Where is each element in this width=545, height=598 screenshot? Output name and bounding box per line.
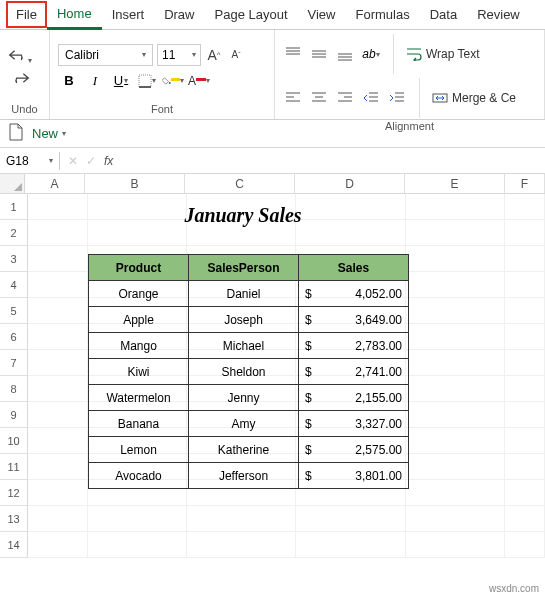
cell-product[interactable]: Watermelon (89, 385, 189, 411)
cell-sales[interactable]: $4,052.00 (299, 281, 409, 307)
cells-area[interactable]: January Sales Product SalesPerson Sales … (28, 194, 545, 558)
cell-sales[interactable]: $2,741.00 (299, 359, 409, 385)
font-size-value: 11 (162, 48, 175, 62)
row-header-12[interactable]: 12 (0, 480, 28, 506)
italic-button[interactable]: I (84, 70, 106, 92)
font-size-select[interactable]: 11▾ (157, 44, 201, 66)
row-header-6[interactable]: 6 (0, 324, 28, 350)
orientation-button[interactable]: ab▾ (361, 45, 381, 63)
fill-color-button[interactable]: ▾ (162, 70, 184, 92)
new-button[interactable]: New ▾ (32, 126, 66, 141)
svg-point-2 (169, 81, 171, 83)
col-header-C[interactable]: C (185, 174, 295, 193)
align-right-button[interactable] (335, 89, 355, 107)
row-header-9[interactable]: 9 (0, 402, 28, 428)
cell-product[interactable]: Mango (89, 333, 189, 359)
font-group-label: Font (58, 101, 266, 117)
cell-salesperson[interactable]: Daniel (189, 281, 299, 307)
formula-bar: G18 ▾ ✕ ✓ fx (0, 148, 545, 174)
table-row: WatermelonJenny$2,155.00 (89, 385, 409, 411)
row-header-5[interactable]: 5 (0, 298, 28, 324)
cell-salesperson[interactable]: Jefferson (189, 463, 299, 489)
tab-formulas[interactable]: Formulas (345, 1, 419, 28)
align-bottom-button[interactable] (335, 45, 355, 63)
cell-sales[interactable]: $3,649.00 (299, 307, 409, 333)
select-all-corner[interactable] (0, 174, 25, 193)
row-header-8[interactable]: 8 (0, 376, 28, 402)
underline-button[interactable]: U▾ (110, 70, 132, 92)
cell-sales[interactable]: $3,801.00 (299, 463, 409, 489)
sheet-title: January Sales (88, 204, 398, 227)
alignment-group: ab▾ Wrap Text Merge & (275, 30, 545, 119)
tab-file[interactable]: File (6, 1, 47, 28)
wrap-text-button[interactable]: Wrap Text (406, 47, 480, 61)
undo-button[interactable]: ▾ (8, 47, 32, 66)
cell-product[interactable]: Orange (89, 281, 189, 307)
col-header-B[interactable]: B (85, 174, 185, 193)
row-header-4[interactable]: 4 (0, 272, 28, 298)
tab-home[interactable]: Home (47, 0, 102, 30)
tab-page-layout[interactable]: Page Layout (205, 1, 298, 28)
row-header-7[interactable]: 7 (0, 350, 28, 376)
cell-sales[interactable]: $3,327.00 (299, 411, 409, 437)
merge-center-button[interactable]: Merge & Ce (432, 91, 516, 105)
col-header-D[interactable]: D (295, 174, 405, 193)
name-box[interactable]: G18 ▾ (0, 152, 60, 170)
tab-view[interactable]: View (298, 1, 346, 28)
cell-product[interactable]: Avocado (89, 463, 189, 489)
row-header-13[interactable]: 13 (0, 506, 28, 532)
row-headers: 1234567891011121314 (0, 194, 28, 558)
cell-sales[interactable]: $2,155.00 (299, 385, 409, 411)
redo-button[interactable] (10, 70, 30, 89)
cell-sales[interactable]: $2,575.00 (299, 437, 409, 463)
wrap-text-icon (406, 47, 422, 61)
decrease-font-button[interactable]: Aˇ (227, 46, 245, 64)
cancel-formula-icon[interactable]: ✕ (68, 154, 78, 168)
align-middle-button[interactable] (309, 45, 329, 63)
col-header-F[interactable]: F (505, 174, 545, 193)
row-header-10[interactable]: 10 (0, 428, 28, 454)
tab-draw[interactable]: Draw (154, 1, 204, 28)
cell-salesperson[interactable]: Jenny (189, 385, 299, 411)
cell-salesperson[interactable]: Katherine (189, 437, 299, 463)
border-button[interactable]: ▾ (136, 70, 158, 92)
font-color-button[interactable]: A▾ (188, 70, 210, 92)
enter-formula-icon[interactable]: ✓ (86, 154, 96, 168)
font-name-value: Calibri (65, 48, 99, 62)
align-top-button[interactable] (283, 45, 303, 63)
cell-product[interactable]: Apple (89, 307, 189, 333)
row-header-11[interactable]: 11 (0, 454, 28, 480)
cell-salesperson[interactable]: Sheldon (189, 359, 299, 385)
cell-product[interactable]: Kiwi (89, 359, 189, 385)
table-row: AppleJoseph$3,649.00 (89, 307, 409, 333)
fx-icon[interactable]: fx (104, 154, 113, 168)
file-new-icon[interactable] (8, 123, 24, 144)
undo-group: ▾ Undo (0, 30, 50, 119)
col-header-E[interactable]: E (405, 174, 505, 193)
cell-salesperson[interactable]: Amy (189, 411, 299, 437)
align-center-button[interactable] (309, 89, 329, 107)
table-row: OrangeDaniel$4,052.00 (89, 281, 409, 307)
cell-product[interactable]: Lemon (89, 437, 189, 463)
cell-product[interactable]: Banana (89, 411, 189, 437)
increase-indent-button[interactable] (387, 89, 407, 107)
increase-font-button[interactable]: A^ (205, 46, 223, 64)
row-header-14[interactable]: 14 (0, 532, 28, 558)
tab-review[interactable]: Review (467, 1, 530, 28)
undo-group-label: Undo (8, 101, 41, 117)
row-header-1[interactable]: 1 (0, 194, 28, 220)
bold-button[interactable]: B (58, 70, 80, 92)
tab-data[interactable]: Data (420, 1, 467, 28)
align-left-button[interactable] (283, 89, 303, 107)
cell-salesperson[interactable]: Michael (189, 333, 299, 359)
col-header-A[interactable]: A (25, 174, 85, 193)
merge-center-label: Merge & Ce (452, 91, 516, 105)
decrease-indent-button[interactable] (361, 89, 381, 107)
font-name-select[interactable]: Calibri▾ (58, 44, 153, 66)
row-header-3[interactable]: 3 (0, 246, 28, 272)
cell-sales[interactable]: $2,783.00 (299, 333, 409, 359)
tab-insert[interactable]: Insert (102, 1, 155, 28)
spreadsheet-grid: ABCDEF 1234567891011121314 January Sales… (0, 174, 545, 558)
row-header-2[interactable]: 2 (0, 220, 28, 246)
cell-salesperson[interactable]: Joseph (189, 307, 299, 333)
